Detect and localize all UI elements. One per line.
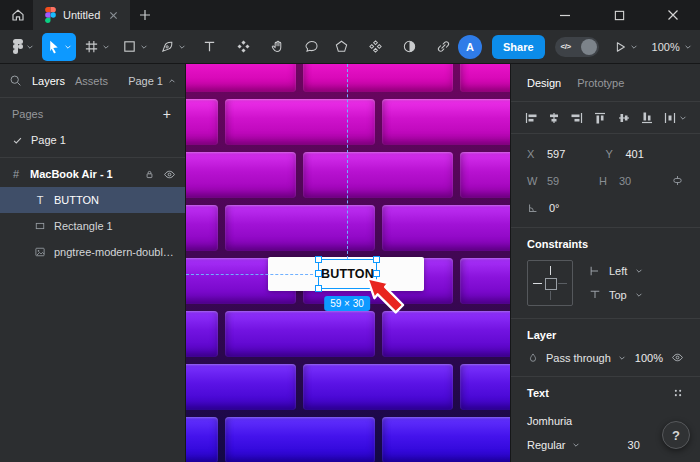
y-position-field[interactable]: Y 401 (606, 148, 685, 160)
toolbar-right: A Share </> 100% (458, 33, 696, 61)
opacity-field[interactable]: 100% (635, 352, 663, 364)
edit-object-button[interactable] (326, 33, 356, 61)
use-as-mask-button[interactable] (394, 33, 424, 61)
help-button[interactable]: ? (662, 421, 690, 449)
link-proportions-icon (671, 174, 684, 187)
hand-icon (270, 39, 285, 54)
file-tab[interactable]: Untitled (33, 0, 130, 30)
tidy-up-button[interactable] (663, 111, 687, 125)
eye-icon[interactable] (163, 168, 176, 181)
font-size-field[interactable]: 30 (628, 439, 640, 451)
vertical-constraint-select[interactable]: Top (589, 289, 643, 301)
constraints-widget[interactable] (527, 260, 573, 306)
font-family-select[interactable]: Jomhuria (527, 409, 684, 433)
chevron-down-icon (572, 441, 580, 449)
layer-row-text-selected[interactable]: T BUTTON (0, 187, 185, 213)
align-right-icon[interactable] (570, 111, 584, 125)
page-selector[interactable]: Page 1 (128, 75, 176, 87)
constraint-tick-bottom (550, 291, 551, 300)
resize-handle[interactable] (373, 256, 380, 263)
layer-name: BUTTON (54, 194, 99, 206)
chevron-down-icon (102, 43, 110, 51)
tab-design[interactable]: Design (527, 77, 561, 89)
add-page-button[interactable]: + (161, 106, 173, 122)
align-v-center-icon[interactable] (617, 111, 631, 125)
search-icon[interactable] (9, 74, 22, 87)
rectangle-layer-icon (33, 220, 47, 232)
x-value: 597 (547, 148, 565, 160)
layer-row-image[interactable]: pngtree-modern-double-color... (0, 239, 185, 265)
close-button[interactable] (662, 4, 684, 26)
blend-mode-select[interactable]: Pass through (527, 352, 626, 364)
main-menu-button[interactable] (8, 33, 38, 61)
tab-prototype[interactable]: Prototype (577, 77, 624, 89)
width-field[interactable]: W 59 (527, 175, 599, 187)
layer-row-frame[interactable]: # MacBook Air - 1 (0, 161, 185, 187)
resize-handle[interactable] (315, 270, 322, 277)
share-button[interactable]: Share (492, 35, 545, 59)
resources-tool-button[interactable] (228, 33, 258, 61)
new-tab-button[interactable] (130, 0, 160, 30)
minimize-button[interactable] (554, 4, 576, 26)
align-left-icon[interactable] (524, 111, 538, 125)
font-weight-select[interactable]: Regular (527, 439, 580, 451)
constraints-title: Constraints (527, 238, 588, 250)
constraint-top-icon (589, 289, 601, 301)
eye-icon[interactable] (671, 351, 684, 364)
create-link-button[interactable] (428, 33, 458, 61)
resize-handle[interactable] (315, 285, 322, 292)
zoom-menu[interactable]: 100% (652, 41, 692, 53)
height-field[interactable]: H 30 (599, 175, 671, 187)
layer-section: Layer Pass through 100% (511, 319, 700, 377)
hand-tool-button[interactable] (262, 33, 292, 61)
tab-layers[interactable]: Layers (32, 75, 65, 87)
dev-mode-toggle[interactable]: </> (555, 37, 599, 57)
layer-row-rectangle[interactable]: Rectangle 1 (0, 213, 185, 239)
align-h-center-icon[interactable] (547, 111, 561, 125)
avatar[interactable]: A (458, 35, 482, 59)
shape-tool-button[interactable] (118, 33, 152, 61)
image-layer-icon (33, 246, 47, 258)
red-arrow-cursor (362, 275, 410, 319)
create-component-button[interactable] (360, 33, 390, 61)
brick (303, 364, 453, 410)
w-value: 59 (547, 175, 559, 187)
chevron-down-icon (178, 43, 186, 51)
x-position-field[interactable]: X 597 (527, 148, 606, 160)
chevron-down-icon (635, 267, 643, 275)
brick (303, 64, 453, 92)
brick (186, 99, 218, 145)
constrain-proportions-button[interactable] (671, 174, 684, 187)
distribute-icon (663, 111, 677, 125)
comment-tool-button[interactable] (296, 33, 326, 61)
tab-assets[interactable]: Assets (75, 75, 108, 87)
toggle-knob (581, 39, 597, 55)
align-top-icon[interactable] (593, 111, 607, 125)
pen-tool-button[interactable] (156, 33, 190, 61)
canvas[interactable]: BUTTON 59 × 30 (186, 64, 510, 462)
minimize-icon (559, 9, 571, 21)
rotation-field[interactable]: 0° (527, 202, 613, 214)
horizontal-constraint-select[interactable]: Left (589, 265, 643, 277)
text-tool-button[interactable] (194, 33, 224, 61)
present-button[interactable] (609, 33, 642, 61)
frame-tool-button[interactable] (80, 33, 114, 61)
contextual-tools (326, 33, 458, 61)
layer-name: pngtree-modern-double-color... (54, 246, 176, 258)
tab-close-icon[interactable] (107, 9, 120, 22)
text-styles-icon[interactable] (672, 387, 684, 399)
lock-icon[interactable] (144, 169, 155, 180)
horizontal-guide (186, 274, 318, 275)
brick (186, 417, 218, 462)
brick (382, 99, 510, 145)
home-icon (10, 7, 26, 23)
home-button[interactable] (3, 0, 33, 30)
page-item[interactable]: Page 1 (0, 128, 185, 152)
maximize-button[interactable] (608, 4, 630, 26)
divider (0, 157, 185, 158)
rotation-value: 0° (549, 202, 560, 214)
move-tool-button[interactable] (42, 33, 76, 61)
components-icon (236, 39, 251, 54)
resize-handle[interactable] (315, 256, 322, 263)
align-bottom-icon[interactable] (640, 111, 654, 125)
